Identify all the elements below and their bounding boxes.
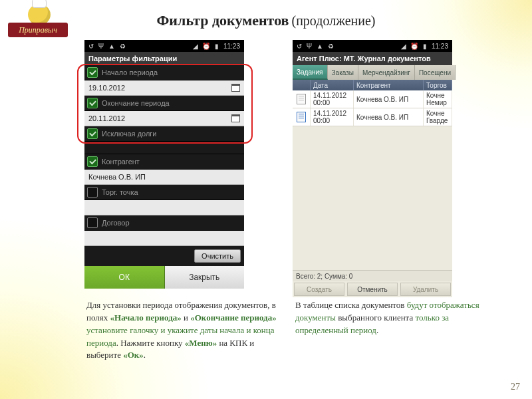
caption-left: Для установки периода отображения докуме…	[86, 299, 279, 362]
label-excl-debts: Исключая долги	[102, 130, 157, 138]
document-icon	[293, 90, 311, 108]
value-begin-date: 19.10.2012	[88, 84, 125, 92]
bottom-bar: ОК Закрыть	[84, 266, 244, 289]
checkbox-contragent[interactable]	[87, 156, 98, 167]
refresh-icon: ♻	[120, 43, 126, 50]
cell-contragent: Кочнева О.В. ИП	[354, 90, 424, 108]
cell-torg: Кочне Гварде	[424, 108, 452, 126]
page-title-sub: (продолжение)	[291, 13, 375, 28]
row-begin-period[interactable]: Начало периода	[84, 65, 244, 80]
create-button[interactable]: Создать	[294, 283, 344, 296]
row-contragent[interactable]: Контрагент	[84, 154, 244, 170]
checkbox-torg-point[interactable]	[87, 187, 98, 198]
page-title-main: Фильтр документов	[156, 12, 289, 29]
tab-merch[interactable]: Мерчендайзинг	[358, 65, 415, 80]
page-number: 27	[511, 382, 520, 392]
window-title: Параметры фильтрации	[84, 52, 244, 65]
status-bar: ↺ Ψ ▲ ♻ ◢ ⏰ ▮ 11:23	[84, 40, 244, 52]
label-dogovor: Договор	[102, 219, 130, 227]
ok-button[interactable]: ОК	[84, 266, 165, 289]
label-contragent: Контрагент	[102, 158, 140, 166]
clear-row: Очистить	[84, 246, 244, 266]
th-contragent[interactable]: Контрагент	[354, 80, 424, 90]
clear-button[interactable]: Очистить	[194, 249, 241, 263]
status-time: 11:23	[432, 43, 448, 50]
value-contragent: Кочнева О.В. ИП	[88, 173, 146, 181]
cell-contragent: Кочнева О.В. ИП	[354, 108, 424, 126]
signal-icon: ◢	[193, 43, 198, 50]
value-end-date: 20.11.2012	[88, 114, 125, 122]
table-row[interactable]: 14.11.2012 00:00 Кочнева О.В. ИП Кочне Н…	[293, 90, 452, 108]
row-end-period[interactable]: Окончание периода	[84, 96, 244, 111]
row-dogovor[interactable]: Договор	[84, 215, 244, 231]
warning-icon: ▲	[317, 43, 323, 50]
screenshot-doc-journal: ↺ Ψ ▲ ♻ ◢ ⏰ ▮ 11:23 Агент Плюс: МТ. Журн…	[293, 40, 452, 297]
delete-button[interactable]: Удалить	[400, 283, 451, 296]
table-header: Дата Контрагент Торгов	[293, 80, 452, 90]
battery-icon: ▮	[215, 43, 219, 50]
footer-summary: Всего: 2; Сумма: 0	[293, 270, 452, 281]
checkbox-excl-debts[interactable]	[87, 128, 98, 139]
sync-icon: ↺	[297, 43, 302, 50]
checkbox-begin-period[interactable]	[87, 67, 98, 78]
row-torg-point[interactable]: Торг. точка	[84, 185, 244, 200]
page-title: Фильтр документов (продолжение)	[0, 12, 532, 29]
input-torg-point[interactable]	[84, 200, 244, 215]
tab-orders[interactable]: Заказы	[328, 65, 358, 80]
tab-tasks[interactable]: Задания	[293, 65, 328, 80]
status-time: 11:23	[223, 43, 240, 50]
calendar-icon[interactable]	[231, 114, 240, 122]
clock-icon: ⏰	[202, 43, 210, 50]
usb-icon: Ψ	[98, 43, 104, 50]
filter-form: Начало периода 19.10.2012 Окончание пери…	[84, 65, 244, 266]
document-icon	[293, 108, 311, 126]
th-date[interactable]: Дата	[311, 80, 354, 90]
row-excl-debts[interactable]: Исключая долги	[84, 126, 244, 142]
table-row[interactable]: 14.11.2012 00:00 Кочнева О.В. ИП Кочне Г…	[293, 108, 452, 126]
spacer	[84, 142, 244, 154]
th-torg[interactable]: Торгов	[424, 80, 452, 90]
signal-icon: ◢	[401, 43, 406, 50]
tab-visits[interactable]: Посещени	[415, 65, 456, 80]
cell-date: 14.11.2012 00:00	[311, 108, 354, 126]
label-begin-period: Начало периода	[102, 68, 158, 76]
checkbox-dogovor[interactable]	[87, 217, 98, 228]
input-dogovor[interactable]	[84, 231, 244, 246]
warning-icon: ▲	[108, 43, 115, 50]
close-button[interactable]: Закрыть	[165, 266, 245, 289]
journal-body: Задания Заказы Мерчендайзинг Посещени Да…	[293, 65, 452, 297]
tab-bar: Задания Заказы Мерчендайзинг Посещени	[293, 65, 452, 80]
input-end-date[interactable]: 20.11.2012	[84, 111, 244, 126]
cell-date: 14.11.2012 00:00	[311, 90, 354, 108]
sync-icon: ↺	[88, 43, 94, 50]
list-empty-space	[293, 126, 452, 270]
calendar-icon[interactable]	[231, 84, 240, 92]
refresh-icon: ♻	[328, 43, 334, 50]
label-end-period: Окончание периода	[102, 99, 170, 107]
status-bar: ↺ Ψ ▲ ♻ ◢ ⏰ ▮ 11:23	[293, 40, 452, 52]
cancel-button[interactable]: Отменить	[347, 283, 398, 296]
clock-icon: ⏰	[410, 43, 418, 50]
input-contragent[interactable]: Кочнева О.В. ИП	[84, 170, 244, 185]
th-icon	[293, 80, 311, 90]
usb-icon: Ψ	[307, 43, 312, 50]
input-begin-date[interactable]: 19.10.2012	[84, 80, 244, 96]
battery-icon: ▮	[423, 43, 427, 50]
footer-buttons: Создать Отменить Удалить	[293, 281, 452, 297]
cell-torg: Кочне Немир	[424, 90, 452, 108]
label-torg-point: Торг. точка	[102, 188, 138, 196]
checkbox-end-period[interactable]	[87, 98, 98, 108]
caption-right: В таблице списка документов будут отобра…	[295, 299, 495, 337]
window-title: Агент Плюс: МТ. Журнал документов	[293, 52, 452, 65]
screenshot-filter-params: ↺ Ψ ▲ ♻ ◢ ⏰ ▮ 11:23 Параметры фильтрации…	[84, 40, 244, 289]
